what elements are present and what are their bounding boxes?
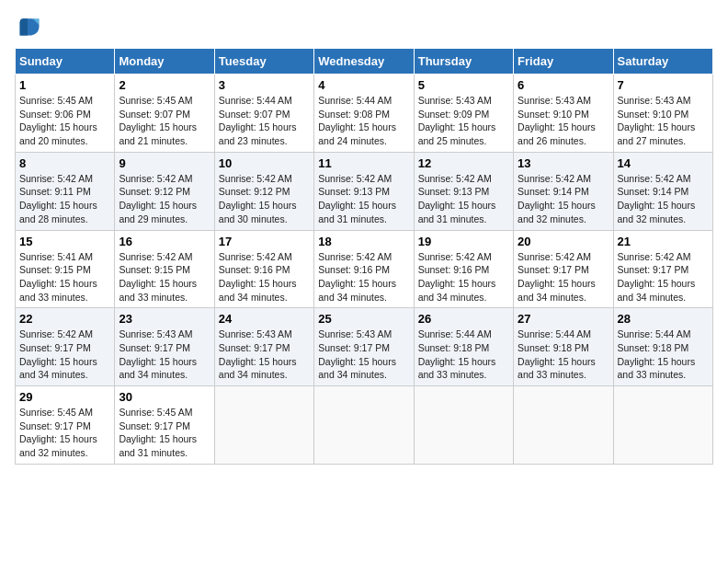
calendar-cell-empty: [214, 386, 313, 465]
day-info: Sunrise: 5:43 AM Sunset: 9:10 PM Dayligh…: [618, 94, 709, 148]
day-number: 10: [219, 156, 310, 170]
day-number: 5: [418, 78, 509, 92]
day-number: 19: [418, 235, 509, 248]
header-wednesday: Wednesday: [314, 49, 414, 75]
day-number: 17: [219, 235, 310, 248]
calendar-cell-empty: [314, 386, 414, 465]
day-info: Sunrise: 5:42 AM Sunset: 9:13 PM Dayligh…: [318, 172, 409, 226]
day-number: 28: [618, 312, 709, 326]
calendar-week-2: 8Sunrise: 5:42 AM Sunset: 9:11 PM Daylig…: [16, 152, 713, 230]
day-info: Sunrise: 5:42 AM Sunset: 9:16 PM Dayligh…: [219, 250, 310, 304]
day-info: Sunrise: 5:42 AM Sunset: 9:11 PM Dayligh…: [19, 172, 110, 226]
day-number: 26: [418, 312, 509, 326]
calendar-cell-30: 30Sunrise: 5:45 AM Sunset: 9:17 PM Dayli…: [115, 386, 214, 465]
day-info: Sunrise: 5:42 AM Sunset: 9:17 PM Dayligh…: [518, 250, 609, 304]
day-info: Sunrise: 5:43 AM Sunset: 9:17 PM Dayligh…: [119, 327, 210, 382]
calendar-cell-20: 20Sunrise: 5:42 AM Sunset: 9:17 PM Dayli…: [514, 230, 613, 308]
day-number: 20: [518, 235, 609, 248]
calendar-cell-10: 10Sunrise: 5:42 AM Sunset: 9:12 PM Dayli…: [214, 152, 313, 230]
day-number: 7: [618, 78, 709, 92]
day-info: Sunrise: 5:45 AM Sunset: 9:17 PM Dayligh…: [19, 406, 110, 460]
calendar-cell-14: 14Sunrise: 5:42 AM Sunset: 9:14 PM Dayli…: [613, 152, 712, 230]
calendar-cell-21: 21Sunrise: 5:42 AM Sunset: 9:17 PM Dayli…: [613, 230, 712, 308]
calendar-cell-22: 22Sunrise: 5:42 AM Sunset: 9:17 PM Dayli…: [16, 308, 115, 386]
header-sunday: Sunday: [16, 49, 115, 75]
day-number: 1: [19, 78, 110, 92]
day-number: 3: [219, 78, 310, 92]
calendar-cell-7: 7Sunrise: 5:43 AM Sunset: 9:10 PM Daylig…: [613, 75, 712, 153]
day-info: Sunrise: 5:42 AM Sunset: 9:16 PM Dayligh…: [418, 250, 509, 304]
day-number: 2: [119, 78, 210, 92]
header-saturday: Saturday: [613, 49, 712, 75]
calendar-cell-8: 8Sunrise: 5:42 AM Sunset: 9:11 PM Daylig…: [16, 152, 115, 230]
day-info: Sunrise: 5:42 AM Sunset: 9:12 PM Dayligh…: [119, 172, 210, 226]
day-number: 14: [618, 156, 709, 170]
day-info: Sunrise: 5:43 AM Sunset: 9:17 PM Dayligh…: [318, 327, 409, 382]
day-number: 27: [518, 312, 609, 326]
day-number: 25: [318, 312, 409, 326]
day-info: Sunrise: 5:45 AM Sunset: 9:17 PM Dayligh…: [119, 406, 210, 460]
calendar-week-4: 22Sunrise: 5:42 AM Sunset: 9:17 PM Dayli…: [16, 308, 713, 386]
day-info: Sunrise: 5:44 AM Sunset: 9:07 PM Dayligh…: [219, 94, 310, 148]
page-header: [15, 15, 713, 40]
calendar-cell-5: 5Sunrise: 5:43 AM Sunset: 9:09 PM Daylig…: [414, 75, 513, 153]
day-info: Sunrise: 5:42 AM Sunset: 9:16 PM Dayligh…: [318, 250, 409, 304]
calendar-cell-19: 19Sunrise: 5:42 AM Sunset: 9:16 PM Dayli…: [414, 230, 513, 308]
calendar-cell-empty: [613, 386, 712, 465]
day-info: Sunrise: 5:43 AM Sunset: 9:09 PM Dayligh…: [418, 94, 509, 148]
calendar-cell-18: 18Sunrise: 5:42 AM Sunset: 9:16 PM Dayli…: [314, 230, 414, 308]
calendar-body: 1Sunrise: 5:45 AM Sunset: 9:06 PM Daylig…: [16, 75, 713, 465]
day-number: 9: [119, 156, 210, 170]
calendar-cell-11: 11Sunrise: 5:42 AM Sunset: 9:13 PM Dayli…: [314, 152, 414, 230]
day-info: Sunrise: 5:43 AM Sunset: 9:17 PM Dayligh…: [219, 327, 310, 382]
calendar-week-3: 15Sunrise: 5:41 AM Sunset: 9:15 PM Dayli…: [16, 230, 713, 308]
day-info: Sunrise: 5:44 AM Sunset: 9:08 PM Dayligh…: [318, 94, 409, 148]
calendar-cell-empty: [514, 386, 613, 465]
calendar-cell-empty: [414, 386, 513, 465]
day-number: 13: [518, 156, 609, 170]
calendar-cell-28: 28Sunrise: 5:44 AM Sunset: 9:18 PM Dayli…: [613, 308, 712, 386]
header-tuesday: Tuesday: [214, 49, 313, 75]
logo: [15, 15, 44, 40]
day-info: Sunrise: 5:42 AM Sunset: 9:12 PM Dayligh…: [219, 172, 310, 226]
day-info: Sunrise: 5:41 AM Sunset: 9:15 PM Dayligh…: [19, 250, 110, 304]
day-info: Sunrise: 5:44 AM Sunset: 9:18 PM Dayligh…: [518, 327, 609, 382]
calendar-cell-29: 29Sunrise: 5:45 AM Sunset: 9:17 PM Dayli…: [16, 386, 115, 465]
calendar-cell-1: 1Sunrise: 5:45 AM Sunset: 9:06 PM Daylig…: [16, 75, 115, 153]
day-number: 4: [318, 78, 409, 92]
day-info: Sunrise: 5:44 AM Sunset: 9:18 PM Dayligh…: [418, 327, 509, 382]
calendar-cell-2: 2Sunrise: 5:45 AM Sunset: 9:07 PM Daylig…: [115, 75, 214, 153]
header-monday: Monday: [115, 49, 214, 75]
day-info: Sunrise: 5:42 AM Sunset: 9:14 PM Dayligh…: [518, 172, 609, 226]
day-number: 12: [418, 156, 509, 170]
calendar-table: SundayMondayTuesdayWednesdayThursdayFrid…: [15, 48, 713, 465]
calendar-cell-17: 17Sunrise: 5:42 AM Sunset: 9:16 PM Dayli…: [214, 230, 313, 308]
header-row: SundayMondayTuesdayWednesdayThursdayFrid…: [16, 49, 713, 75]
day-number: 29: [19, 390, 110, 404]
header-thursday: Thursday: [414, 49, 513, 75]
calendar-cell-3: 3Sunrise: 5:44 AM Sunset: 9:07 PM Daylig…: [214, 75, 313, 153]
calendar-cell-16: 16Sunrise: 5:42 AM Sunset: 9:15 PM Dayli…: [115, 230, 214, 308]
day-number: 11: [318, 156, 409, 170]
day-info: Sunrise: 5:42 AM Sunset: 9:13 PM Dayligh…: [418, 172, 509, 226]
calendar-cell-26: 26Sunrise: 5:44 AM Sunset: 9:18 PM Dayli…: [414, 308, 513, 386]
day-number: 24: [219, 312, 310, 326]
day-number: 21: [618, 235, 709, 248]
day-number: 15: [19, 235, 110, 248]
calendar-header: SundayMondayTuesdayWednesdayThursdayFrid…: [16, 49, 713, 75]
calendar-cell-15: 15Sunrise: 5:41 AM Sunset: 9:15 PM Dayli…: [16, 230, 115, 308]
day-number: 23: [119, 312, 210, 326]
logo-icon: [15, 15, 40, 40]
calendar-cell-23: 23Sunrise: 5:43 AM Sunset: 9:17 PM Dayli…: [115, 308, 214, 386]
calendar-cell-25: 25Sunrise: 5:43 AM Sunset: 9:17 PM Dayli…: [314, 308, 414, 386]
calendar-week-5: 29Sunrise: 5:45 AM Sunset: 9:17 PM Dayli…: [16, 386, 713, 465]
header-friday: Friday: [514, 49, 613, 75]
day-number: 18: [318, 235, 409, 248]
calendar-cell-13: 13Sunrise: 5:42 AM Sunset: 9:14 PM Dayli…: [514, 152, 613, 230]
day-number: 16: [119, 235, 210, 248]
day-number: 30: [119, 390, 210, 404]
day-number: 22: [19, 312, 110, 326]
day-info: Sunrise: 5:45 AM Sunset: 9:07 PM Dayligh…: [119, 94, 210, 148]
day-info: Sunrise: 5:42 AM Sunset: 9:17 PM Dayligh…: [618, 250, 709, 304]
day-number: 6: [518, 78, 609, 92]
